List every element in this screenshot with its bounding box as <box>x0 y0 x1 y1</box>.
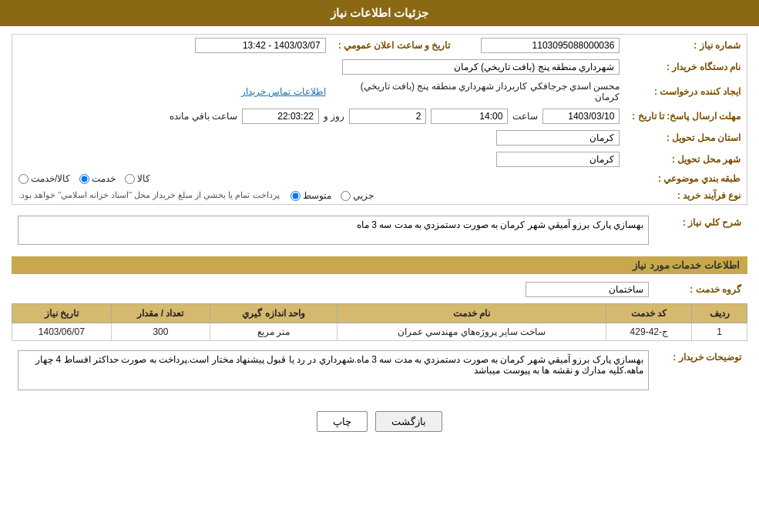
mohlatErsalPasokh-label: مهلت ارسال پاسخ: تا تاريخ : <box>626 105 747 127</box>
page-title: جزئيات اطلاعات نياز <box>0 0 759 26</box>
tabaqeBandi-label: طبقه بندي موضوعي : <box>626 170 747 187</box>
cell-name: ساخت ساير پروژه‌هاي مهندسي عمران <box>337 323 606 341</box>
sharhKolliNiaz-label: شرح كلي نياز : <box>655 212 747 250</box>
back-button[interactable]: بازگشت <box>375 411 442 432</box>
tabaqe-kala-khidmat[interactable]: كالا/خدمت <box>18 173 70 184</box>
shomareNiaz-label: شماره نياز : <box>626 35 747 56</box>
tabaqe-kala-khidmat-radio[interactable] <box>18 174 29 184</box>
farayand-motaset-label: متوسط <box>303 190 331 201</box>
tarikh-input[interactable] <box>542 109 620 124</box>
tabaqe-khidmat-label: خدمت <box>92 173 116 184</box>
ijadKonande-label: ايجاد كننده درخواست : <box>626 78 747 105</box>
shahr-input[interactable] <box>496 152 620 167</box>
col-kod: كد خدمت <box>606 304 692 323</box>
rooz-input[interactable] <box>349 109 426 124</box>
print-button[interactable]: چاپ <box>317 411 368 432</box>
saatBaghiMande-input[interactable] <box>242 109 319 124</box>
saatBaghiMande-label: ساعت باقي مانده <box>170 111 237 122</box>
grohKhedmat-label: گروه خدمت : <box>655 279 747 300</box>
table-row: 1 ج-42-429 ساخت ساير پروژه‌هاي مهندسي عم… <box>12 323 747 341</box>
services-section-header: اطلاعات خدمات مورد نياز <box>12 256 747 274</box>
tawzihKharidar-label: توضيحات خريدار : <box>655 347 747 396</box>
rooz-label: روز و <box>324 111 344 122</box>
sharhKolliNiaz-textarea[interactable]: بهسازي پارک برزو آميقي شهر كرمان به صورت… <box>18 216 649 245</box>
col-radif: رديف <box>692 304 747 323</box>
col-vahed: واحد اندازه گيري <box>210 304 338 323</box>
shahr-label: شهر محل تحويل : <box>626 149 747 170</box>
services-table: رديف كد خدمت نام خدمت واحد اندازه گيري ت… <box>12 303 747 341</box>
namDastgah-input[interactable] <box>342 59 620 75</box>
cell-tarikh: 1403/06/07 <box>12 323 112 341</box>
farayand-motaset-radio[interactable] <box>291 191 301 201</box>
tabaqe-kala-radio[interactable] <box>125 174 135 184</box>
farayand-jozi[interactable]: جزيي <box>341 190 374 201</box>
saat-input[interactable] <box>431 109 508 124</box>
saat-label: ساعت <box>512 111 538 122</box>
col-tarikh: تاريخ نياز <box>12 304 112 323</box>
cell-tedad: 300 <box>111 323 210 341</box>
ostan-label: استان محل تحويل : <box>626 127 747 149</box>
col-tedad: تعداد / مقدار <box>111 304 210 323</box>
ostan-input[interactable] <box>496 130 620 146</box>
tabaqe-kala-label: كالا <box>137 173 150 184</box>
farayand-jozi-radio[interactable] <box>341 191 351 201</box>
tabaqe-khidmat[interactable]: خدمت <box>79 173 116 184</box>
cell-kod: ج-42-429 <box>606 323 692 341</box>
cell-radif: 1 <box>692 323 747 341</box>
tarikhSaatElam-input[interactable] <box>195 38 326 53</box>
grohKhedmat-input[interactable] <box>526 282 649 297</box>
noeFarayand-label: نوع فرآيند خريد : <box>626 187 747 204</box>
button-group: بازگشت چاپ <box>12 402 747 441</box>
col-name: نام خدمت <box>337 304 606 323</box>
tarikhSaatElam-label: تاريخ و ساعت اعلان عمومي : <box>332 35 457 56</box>
tabaqe-khidmat-radio[interactable] <box>79 174 89 184</box>
tabaqe-kala-khidmat-label: كالا/خدمت <box>31 173 70 184</box>
cell-vahed: متر مربع <box>210 323 338 341</box>
shomareNiaz-input[interactable] <box>481 38 620 53</box>
ijadKonande-value: محسن اسدي جرجافكي كاربرداز شهرداري منطقه… <box>361 81 620 102</box>
farayand-note: پرداخت تمام يا بخشي از مبلغ خريداز محل "… <box>18 190 280 200</box>
farayand-jozi-label: جزيي <box>353 190 374 201</box>
tabaqe-kala[interactable]: كالا <box>125 173 150 184</box>
namDastgah-label: نام دستگاه خريدار : <box>626 56 747 78</box>
farayand-motaset[interactable]: متوسط <box>291 190 331 201</box>
etelaat-link[interactable]: اطلاعات تماس خريدار <box>241 86 326 97</box>
tawzihKharidar-textarea[interactable]: بهسازي پارک برزو آميقي شهر كرمان به صورت… <box>18 350 649 390</box>
